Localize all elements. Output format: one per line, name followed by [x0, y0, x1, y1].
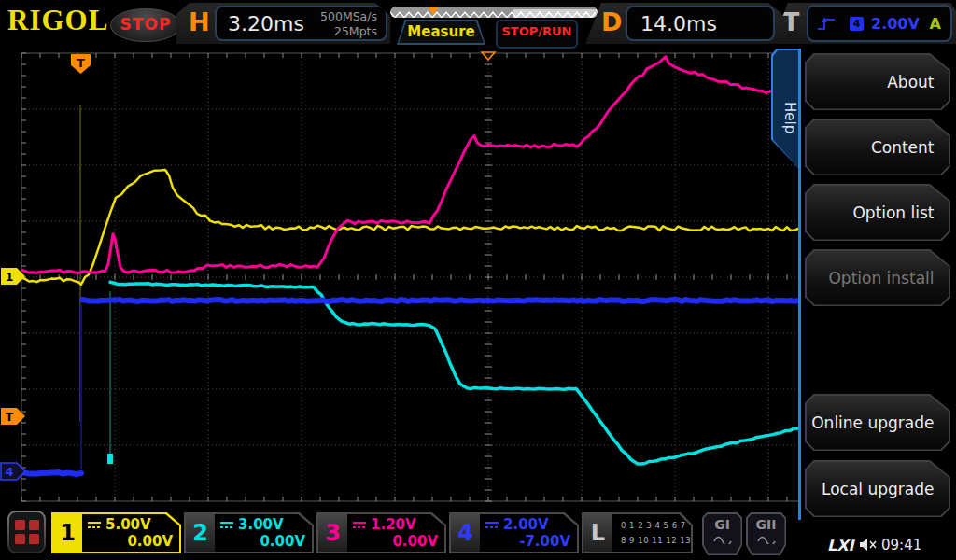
channel-2-scale: 3.00V: [238, 516, 284, 533]
channel-1-number: 1: [53, 514, 82, 552]
timebase-box[interactable]: 3.20ms 500MSa/s25Mpts: [215, 6, 387, 41]
trigger-mode: A: [930, 15, 941, 33]
grid-icon: [9, 512, 44, 552]
digital-label: L: [583, 514, 612, 552]
channel-3-number: 3: [318, 514, 347, 552]
rigol-logo: RIGOL: [7, 4, 108, 37]
svg-text:1: 1: [5, 270, 13, 284]
memory-trigger-marker-icon: [427, 7, 440, 15]
lxi-logo: LXI: [827, 537, 853, 554]
channel-2-box[interactable]: 2 3.00V 0.00V: [184, 512, 314, 553]
channel-1-scale: 5.00V: [105, 516, 151, 533]
menu-item-local-upgrade[interactable]: Local upgrade: [805, 460, 950, 517]
digital-channels-box[interactable]: L 0 1 2 3 4 5 6 78 9 10 11 12 13 14 15: [582, 512, 693, 553]
svg-text:T: T: [77, 56, 85, 70]
measure-button[interactable]: Measure: [397, 20, 485, 45]
sine-icon: [713, 535, 732, 544]
svg-text:4: 4: [5, 465, 13, 479]
delay-box[interactable]: 14.0ms: [626, 6, 775, 41]
horizontal-panel: H 3.20ms 500MSa/s25Mpts: [176, 3, 390, 44]
t-label: T: [782, 7, 799, 36]
channel-4-scale: 2.00V: [503, 516, 549, 533]
channel-2-number: 2: [186, 514, 215, 552]
menu-item-option-list[interactable]: Option list: [805, 184, 950, 241]
trigger-level: 2.00V: [871, 15, 920, 33]
channel-1-box[interactable]: 1 5.00V 0.00V: [51, 512, 181, 553]
menu-item-online-upgrade[interactable]: Online upgrade: [805, 394, 950, 451]
dc-coupling-icon: [352, 520, 367, 529]
main-menu-button[interactable]: [7, 511, 46, 553]
sample-rate: 500MSa/s25Mpts: [320, 9, 377, 40]
channel-1-offset: 0.00V: [127, 533, 173, 550]
channel-4-box[interactable]: 4 2.00V -7.00V: [449, 512, 579, 553]
sine-icon: [757, 535, 776, 544]
trigger-box[interactable]: 4 2.00V A: [807, 5, 952, 42]
memory-position-bar: [390, 7, 598, 18]
channel-3-scale: 1.20V: [371, 516, 416, 533]
run-state-badge: STOP: [110, 8, 181, 42]
menu-item-content[interactable]: Content: [805, 119, 950, 175]
timebase-value: 3.20ms: [228, 12, 304, 35]
trigger-panel: T 4 2.00V A: [773, 3, 956, 44]
menu-item-option-install: Option install: [805, 249, 950, 306]
gen1-box[interactable]: GI: [702, 512, 742, 555]
stop-run-button[interactable]: STOP/RUN: [496, 20, 578, 49]
dc-coupling-icon: [219, 520, 234, 529]
menu-item-about[interactable]: About: [805, 53, 950, 110]
gen2-box[interactable]: GII: [746, 512, 786, 555]
dc-coupling-icon: [87, 520, 102, 529]
clock: 09:41: [881, 537, 921, 553]
trigger-slope-icon: [816, 13, 836, 34]
channel-3-offset: 0.00V: [392, 533, 438, 550]
speaker-muted-icon: [859, 539, 879, 552]
channel-4-offset: -7.00V: [519, 533, 570, 550]
channel-2-offset: 0.00V: [260, 533, 305, 550]
trigger-source-badge: 4: [850, 17, 864, 31]
delay-value: 14.0ms: [640, 12, 717, 35]
delay-panel: D 14.0ms: [585, 3, 784, 44]
d-label: D: [601, 7, 622, 36]
svg-text:T: T: [6, 410, 14, 424]
h-label: H: [189, 7, 210, 36]
dc-coupling-icon: [485, 520, 499, 529]
channel-3-box[interactable]: 3 1.20V 0.00V: [316, 512, 446, 553]
channel-4-number: 4: [451, 514, 480, 552]
